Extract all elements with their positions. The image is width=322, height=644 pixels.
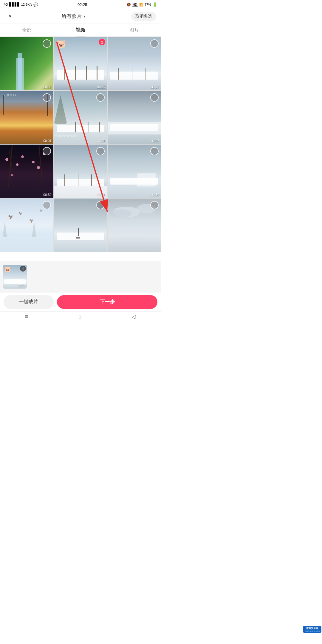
tab-video[interactable]: 视频 — [54, 24, 107, 36]
grid-item-12[interactable] — [108, 199, 161, 252]
close-button[interactable]: × — [5, 11, 16, 22]
select-circle-6[interactable] — [150, 93, 159, 102]
android-menu-button[interactable]: ≡ — [25, 314, 28, 320]
chevron-down-icon: ▾ — [83, 14, 85, 18]
duration-4: 00:01 — [43, 139, 52, 143]
signal-text: 4G — [4, 3, 8, 6]
tab-bar: 全部 视频 图片 — [0, 24, 161, 37]
grid-item-5[interactable]: 早和惊鸿一帧何以清... 00:14 — [54, 91, 107, 144]
status-right: 🔕 HD 📶 77% 🔋 — [127, 2, 157, 7]
media-grid: 00:06 🐷 1 00:17 — [0, 37, 161, 252]
status-left: 4G ▋▋▋▋ 12.3K/s 💬 — [4, 2, 38, 7]
select-circle-3[interactable] — [150, 39, 159, 48]
pig-emoji-thumb: 🐷 — [4, 266, 11, 273]
grid-item-10[interactable]: 🦅 🦅 🦅 🦅 — [0, 199, 53, 252]
grid-item-11[interactable] — [54, 199, 107, 252]
duration-6: 00:07 — [151, 139, 159, 143]
duration-1: 00:06 — [43, 85, 52, 89]
duration-7: 00:50 — [43, 193, 52, 196]
cancel-multi-button[interactable]: 取消多选 — [131, 12, 156, 21]
media-grid-scroll[interactable]: 00:06 🐷 1 00:17 — [0, 37, 161, 261]
select-circle-4[interactable] — [43, 93, 51, 102]
hd-label: HD — [132, 3, 138, 7]
nav-title[interactable]: 所有照片 ▾ — [61, 13, 85, 20]
duration-9: 00:30 — [151, 193, 159, 196]
selected-strip: 🐷 ✕ 00:17 — [0, 261, 161, 292]
bell-icon: 🔕 — [127, 3, 131, 7]
grid-item-2[interactable]: 🐷 1 00:17 — [54, 37, 107, 90]
tab-all[interactable]: 全部 — [0, 24, 54, 36]
signal-bars: ▋▋▋▋ — [9, 2, 20, 7]
tab-photo[interactable]: 图片 — [107, 24, 161, 36]
wifi-icon: 📶 — [139, 3, 143, 7]
grid-item-7[interactable]: 00:50 — [0, 145, 53, 198]
duration-8: 00:14 — [97, 193, 106, 196]
select-circle-5[interactable] — [96, 93, 105, 102]
android-home-button[interactable]: ⌂ — [78, 314, 82, 320]
duration-5: 00:14 — [97, 139, 106, 143]
android-back-button[interactable]: ◁ — [132, 314, 136, 320]
select-circle-7[interactable] — [43, 147, 51, 155]
grid-item-1[interactable]: 00:06 — [0, 37, 53, 90]
bottom-bar: 一键成片 下一步 — [0, 292, 161, 311]
pig-emoji-2: 🐷 — [56, 39, 66, 49]
android-nav-bar: ≡ ⌂ ◁ — [0, 311, 161, 322]
one-click-button[interactable]: 一键成片 — [4, 295, 54, 309]
main-content: × 所有照片 ▾ 取消多选 全部 视频 图片 00:06 — [0, 9, 161, 322]
status-bar: 4G ▋▋▋▋ 12.3K/s 💬 02:25 🔕 HD 📶 77% 🔋 — [0, 0, 161, 9]
next-button[interactable]: 下一步 — [57, 295, 157, 309]
wechat-icon: 💬 — [33, 2, 38, 7]
grid-item-4[interactable]: 🔧 格式工厂 00:01 — [0, 91, 53, 144]
top-nav: × 所有照片 ▾ 取消多选 — [0, 9, 161, 24]
grid-item-3[interactable]: 00:17 — [108, 37, 161, 90]
album-title: 所有照片 — [61, 13, 82, 20]
battery-icon: 🔋 — [152, 2, 157, 7]
battery-text: 77% — [145, 3, 151, 6]
select-circle-1[interactable] — [43, 39, 51, 48]
grid-item-9[interactable]: 00:30 — [108, 145, 161, 198]
select-circle-12[interactable] — [150, 201, 159, 209]
selected-thumb-1[interactable]: 🐷 ✕ 00:17 — [3, 265, 27, 289]
duration-2: 00:17 — [97, 85, 106, 89]
selected-duration: 00:17 — [18, 284, 26, 287]
remove-selected-button[interactable]: ✕ — [20, 266, 26, 272]
grid-item-6[interactable]: 00:07 — [108, 91, 161, 144]
status-time: 02:25 — [78, 2, 87, 7]
grid-item-8[interactable]: 00:14 — [54, 145, 107, 198]
speed-text: 12.3K/s — [21, 3, 32, 6]
duration-3: 00:17 — [151, 85, 159, 89]
select-circle-10[interactable] — [43, 201, 51, 209]
